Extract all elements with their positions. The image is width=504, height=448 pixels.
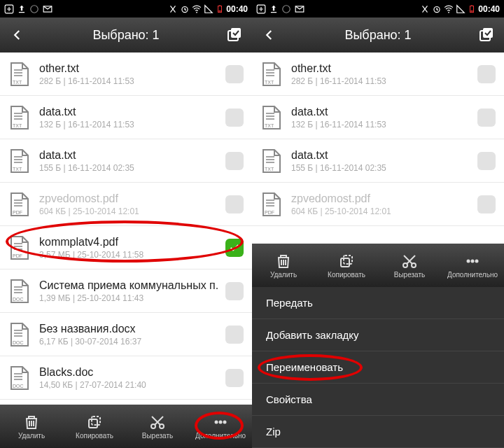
file-checkbox[interactable] [225,152,244,170]
mail-icon [294,4,305,14]
file-name: data.txt [39,149,225,162]
vibrate-icon [420,4,430,14]
file-checkbox[interactable] [225,108,244,127]
file-row[interactable]: TXTdata.txt155 Б | 16-11-2014 02:35 [252,139,504,183]
file-name: zpvedomost.pdf [291,192,477,205]
menu-bookmark[interactable]: Добавить закладку [252,319,504,351]
select-all-button[interactable] [476,24,497,46]
file-type-icon: DOC [8,365,31,391]
svg-text:DOC: DOC [13,340,24,345]
more-icon [464,253,481,270]
select-all-button[interactable] [224,24,245,46]
file-checkbox[interactable] [225,282,244,300]
file-list[interactable]: TXTother.txt282 Б | 16-11-2014 11:53TXTd… [0,52,252,405]
menu-send[interactable]: Передать [252,287,504,319]
file-type-icon: TXT [260,148,283,174]
file-meta: 132 Б | 16-11-2014 11:53 [39,120,225,130]
file-name: data.txt [291,106,477,118]
copy-icon [338,253,355,270]
page-title: Выбрано: 1 [252,28,504,43]
bottom-toolbar: Удалить Копировать Вырезать Дополнительн… [0,405,252,448]
svg-point-29 [448,11,449,13]
back-button[interactable] [259,24,280,46]
copy-button[interactable]: Копировать [63,405,126,448]
file-checkbox[interactable] [477,108,496,127]
alarm-icon [180,4,190,14]
file-checkbox[interactable] [477,195,496,214]
file-checkbox[interactable] [225,326,244,344]
status-bar: 00:40 [0,0,252,18]
menu-zip[interactable]: Zip [252,416,504,448]
svg-rect-40 [344,255,352,264]
svg-rect-32 [471,10,473,12]
file-name: Blacks.doc [39,366,225,379]
signal-icon [456,4,465,14]
svg-text:TXT: TXT [265,80,274,85]
svg-point-23 [219,420,223,424]
svg-rect-18 [89,419,97,428]
menu-rename[interactable]: Переименовать [252,351,504,384]
more-button[interactable]: Дополнительно [189,405,252,448]
cut-button[interactable]: Вырезать [126,405,189,448]
file-row[interactable]: TXTother.txt282 Б | 16-11-2014 11:53 [252,52,504,96]
file-meta: 155 Б | 16-11-2014 02:35 [39,163,225,173]
trash-icon [275,253,292,270]
signal-icon [204,4,214,14]
svg-point-22 [215,420,218,424]
file-meta: 155 Б | 16-11-2014 02:35 [291,163,477,173]
file-checkbox[interactable] [477,65,496,83]
copy-icon [86,414,103,430]
file-checkbox[interactable] [225,239,244,257]
svg-text:TXT: TXT [13,80,22,85]
svg-text:TXT: TXT [265,167,274,172]
svg-point-45 [475,259,479,262]
svg-text:DOC: DOC [13,297,24,302]
delete-button[interactable]: Удалить [0,405,63,448]
delete-button[interactable]: Удалить [252,244,315,287]
mail-icon [42,4,53,14]
svg-rect-6 [219,5,220,6]
file-type-icon: PDF [8,235,31,260]
file-row[interactable]: PDFkommplatv4.pdf3,57 МБ | 25-10-2014 11… [0,226,252,270]
cut-button[interactable]: Вырезать [378,244,441,287]
file-checkbox[interactable] [225,195,244,214]
file-checkbox[interactable] [225,369,244,387]
svg-point-24 [223,420,227,424]
scissors-icon [401,253,418,270]
file-meta: 604 КБ | 25-10-2014 12:01 [291,206,477,216]
back-button[interactable] [7,24,28,46]
upload-icon [269,4,279,14]
file-type-icon: TXT [8,105,31,130]
file-checkbox[interactable] [225,65,244,83]
file-meta: 604 КБ | 25-10-2014 12:01 [39,206,225,216]
file-row[interactable]: DOCBlacks.doc14,50 КБ | 27-07-2014 21:40 [0,356,252,400]
file-row[interactable]: TXTdata.txt155 Б | 16-11-2014 02:35 [0,139,252,183]
file-row[interactable]: DOCБез названия.docx6,17 КБ | 30-07-2014… [0,313,252,356]
scissors-icon [149,414,166,430]
file-row[interactable]: DOCСистема приема коммунальных п.1,39 МБ… [0,270,252,313]
menu-properties[interactable]: Свойства [252,384,504,416]
file-name: kommplatv4.pdf [39,236,225,248]
page-title: Выбрано: 1 [0,28,252,43]
svg-text:TXT: TXT [265,123,274,128]
sync-icon [281,4,291,14]
upload-icon [17,4,27,14]
file-name: zpvedomost.pdf [39,192,225,205]
annotation-ring [258,354,363,381]
file-row[interactable]: TXTdata.txt132 Б | 16-11-2014 11:53 [0,96,252,139]
file-row[interactable]: TXTdata.txt132 Б | 16-11-2014 11:53 [252,96,504,139]
svg-point-26 [283,5,290,13]
file-row[interactable]: PDFzpvedomost.pdf604 КБ | 25-10-2014 12:… [252,183,504,226]
file-checkbox[interactable] [477,152,496,170]
file-row[interactable]: PDFzpvedomost.pdf604 КБ | 25-10-2014 12:… [0,183,252,226]
copy-button[interactable]: Копировать [315,244,378,287]
more-button[interactable]: Дополнительно [441,244,504,287]
wifi-icon [192,4,202,14]
plus-icon [256,4,266,14]
more-icon [212,414,229,430]
file-name: other.txt [291,62,477,75]
file-type-icon: DOC [8,279,31,304]
svg-text:PDF: PDF [265,210,274,215]
appbar: Выбрано: 1 [252,18,504,52]
file-row[interactable]: TXTother.txt282 Б | 16-11-2014 11:53 [0,52,252,96]
